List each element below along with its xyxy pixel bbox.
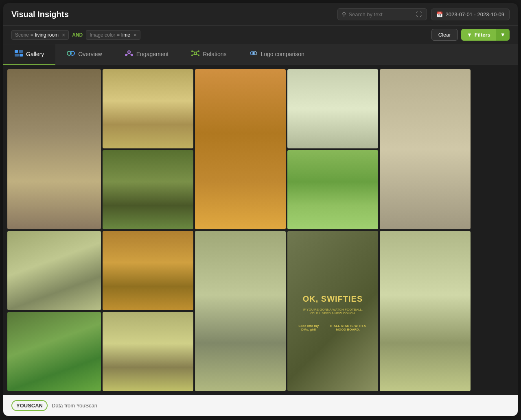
gallery-item-10[interactable] (195, 231, 286, 391)
tag-scene-value: living room (35, 32, 59, 38)
gallery-item-6[interactable] (103, 150, 193, 229)
tag-color-eq: = (117, 32, 120, 38)
title-bar-right: ⚲ ⛶ 📅 2023-07-01 - 2023-10-09 (337, 8, 510, 20)
svg-line-18 (193, 54, 195, 55)
tag-color-close[interactable]: × (134, 32, 137, 38)
svg-point-12 (191, 50, 193, 52)
clear-button[interactable]: Clear (431, 29, 458, 41)
tab-gallery[interactable]: Gallery (3, 44, 55, 65)
footer-text: Data from YouScan (52, 403, 97, 409)
svg-line-19 (195, 54, 198, 55)
gallery-item-8[interactable] (7, 231, 101, 310)
filter-bar: Scene = living room × AND Image color = … (3, 26, 518, 44)
filters-arrow-button[interactable]: ▼ (496, 29, 510, 41)
photo-grid: OK, SWIFTIES IF YOU'RE GONNA WATCH FOOTB… (6, 67, 515, 393)
date-range[interactable]: 📅 2023-07-01 - 2023-10-09 (431, 9, 510, 20)
svg-rect-3 (20, 54, 23, 57)
tag-scene-eq: = (31, 32, 33, 38)
relations-icon (191, 50, 199, 58)
title-bar-left: Visual Insights (11, 10, 69, 19)
tab-relations[interactable]: Relations (180, 44, 238, 65)
filters-main-button[interactable]: ▼ Filters (461, 29, 496, 41)
svg-rect-2 (15, 54, 19, 57)
title-bar: Visual Insights ⚲ ⛶ 📅 2023-07-01 - 2023-… (3, 3, 518, 26)
footer: YOUSCAN Data from YouScan (3, 395, 518, 416)
app-title: Visual Insights (11, 10, 69, 19)
youscan-logo: YOUSCAN (11, 400, 48, 411)
tab-relations-label: Relations (203, 51, 226, 57)
tag-color-label: Image color (90, 32, 115, 38)
youscan-badge: YOUSCAN (11, 400, 48, 411)
overview-icon (67, 50, 75, 58)
svg-point-11 (194, 52, 197, 54)
filter-tag-scene: Scene = living room × (11, 30, 69, 40)
search-icon: ⚲ (342, 11, 346, 17)
gallery-item-14[interactable] (103, 312, 193, 391)
tag-scene-close[interactable]: × (62, 32, 65, 38)
date-range-value: 2023-07-01 - 2023-10-09 (445, 11, 504, 17)
svg-point-13 (198, 50, 199, 52)
tag-scene-label: Scene (15, 32, 29, 38)
filters-label: Filters (475, 32, 490, 38)
gallery-item-12[interactable] (380, 231, 471, 391)
gallery-item-9[interactable] (103, 231, 193, 310)
svg-point-15 (198, 54, 199, 56)
search-box: ⚲ ⛶ (337, 8, 427, 20)
svg-point-14 (191, 54, 193, 56)
svg-line-16 (193, 52, 195, 52)
gallery-container: OK, SWIFTIES IF YOU'RE GONNA WATCH FOOTB… (3, 65, 518, 395)
tab-logo-comparison-label: Logo comparison (261, 51, 304, 57)
and-connector: AND (72, 32, 83, 38)
tag-color-value: lime (121, 32, 130, 38)
app-wrapper: Visual Insights ⚲ ⛶ 📅 2023-07-01 - 2023-… (3, 3, 518, 416)
gallery-item-4[interactable] (287, 69, 378, 148)
tab-engagement-label: Engagement (136, 51, 169, 57)
svg-line-17 (195, 52, 198, 52)
tab-overview-label: Overview (78, 51, 102, 57)
tab-logo-comparison[interactable]: Logo comparison (238, 44, 316, 65)
logo-icon (250, 50, 258, 58)
tab-overview[interactable]: Overview (55, 44, 113, 65)
calendar-icon: 📅 (436, 11, 443, 17)
gallery-item-1[interactable] (7, 69, 101, 229)
svg-rect-0 (15, 50, 18, 53)
tab-gallery-label: Gallery (26, 51, 44, 57)
gallery-item-3[interactable] (195, 69, 286, 229)
gallery-icon (15, 50, 23, 58)
gallery-item-13[interactable] (7, 312, 101, 391)
svg-rect-1 (19, 50, 23, 53)
search-input[interactable] (348, 11, 414, 17)
tab-engagement[interactable]: Engagement (114, 44, 180, 65)
filters-button-group: ▼ Filters ▼ (461, 29, 510, 41)
gallery-item-swifties[interactable]: OK, SWIFTIES IF YOU'RE GONNA WATCH FOOTB… (287, 231, 378, 391)
filter-tag-color: Image color = lime × (86, 30, 140, 40)
expand-icon[interactable]: ⛶ (416, 11, 422, 17)
gallery-item-5[interactable] (380, 69, 471, 229)
engagement-icon (125, 50, 133, 58)
svg-point-6 (128, 51, 130, 53)
filter-icon: ▼ (467, 32, 472, 38)
gallery-item-2[interactable] (103, 69, 193, 148)
gallery-item-7[interactable] (287, 150, 378, 229)
filter-bar-right: Clear ▼ Filters ▼ (431, 29, 510, 41)
tabs-bar: Gallery Overview Engagement Relations Lo… (3, 44, 518, 65)
